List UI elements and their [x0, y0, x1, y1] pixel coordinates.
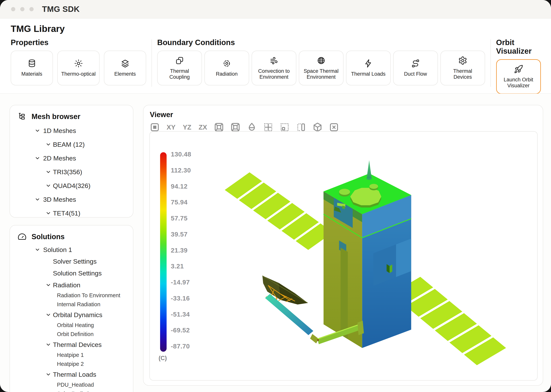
viewer-toolbar: XYYZZX	[143, 119, 543, 133]
chevron-down-icon[interactable]	[45, 141, 51, 147]
solution-item-orbit-definition[interactable]: Orbit Definition	[10, 330, 133, 339]
tree-item-label: TRI3(356)	[53, 168, 82, 176]
mesh-browser-title: Mesh browser	[32, 112, 80, 121]
satellite-model[interactable]	[150, 132, 537, 380]
section-divider	[490, 39, 491, 87]
solution-item-solver-settings[interactable]: Solver Settings	[10, 255, 133, 267]
gear-icon	[458, 56, 467, 65]
orthographic-icon[interactable]	[230, 122, 241, 133]
solutions-header: Solutions	[10, 225, 133, 241]
view-plane-yz-button[interactable]: YZ	[182, 123, 192, 131]
launch-orbit-visualizer-button[interactable]: Launch Orbit Visualizer	[496, 59, 541, 94]
rocket-icon	[514, 65, 523, 74]
chevron-down-icon[interactable]	[45, 312, 51, 318]
solution-item-internal-radiation[interactable]: Internal Radiation	[10, 300, 133, 309]
tree-item-label: Solver Settings	[53, 258, 97, 265]
thermal-devices-button[interactable]: Thermal Devices	[440, 51, 485, 85]
chevron-down-icon[interactable]	[35, 128, 40, 133]
cube-view-icon[interactable]	[312, 122, 323, 133]
solution-item-thermal-loads[interactable]: Thermal Loads	[10, 369, 133, 380]
solution-item-heatpipe-1[interactable]: Heatpipe 1	[10, 350, 133, 359]
chevron-down-icon[interactable]	[45, 371, 51, 377]
thermo-optical-button[interactable]: Thermo-optical	[57, 51, 99, 85]
convection-to-environment-button[interactable]: Convection to Environment	[252, 51, 296, 85]
sun-icon	[74, 59, 83, 68]
thermal-loads-button[interactable]: Thermal Loads	[346, 51, 391, 85]
solutions-title: Solutions	[32, 233, 65, 241]
chevron-down-icon[interactable]	[45, 282, 51, 288]
library-groups: PropertiesMaterialsThermo-opticalElement…	[11, 38, 545, 94]
radiation-button[interactable]: Radiation	[204, 51, 249, 85]
perspective-icon[interactable]	[214, 122, 224, 133]
window-dot-3[interactable]	[29, 7, 34, 11]
tree-item-label: QUAD4(326)	[53, 182, 91, 189]
mesh-item-beam-12[interactable]: BEAM (12)	[10, 138, 133, 151]
duct-flow-icon	[411, 59, 420, 68]
tree-item-label: Heatpipe 1	[57, 352, 84, 358]
tree-item-label: Thermal Loads	[53, 371, 96, 378]
fit-view-icon[interactable]	[149, 122, 160, 133]
chevron-down-icon[interactable]	[45, 169, 51, 175]
mesh-item-tri3-356[interactable]: TRI3(356)	[10, 165, 133, 179]
bounding-box-icon[interactable]	[279, 122, 290, 133]
viewer-panel: Viewer XYYZZX 130.48112.3094.1275.9457.7…	[143, 105, 543, 386]
tree-item-label: Orbital Dynamics	[53, 311, 102, 319]
materials-button[interactable]: Materials	[11, 51, 53, 85]
space-thermal-environment-button[interactable]: Space Thermal Environment	[299, 51, 343, 85]
window-dot-1[interactable]	[11, 7, 15, 11]
solution-item-radiation[interactable]: Radiation	[10, 279, 133, 291]
mesh-item-3d-meshes[interactable]: 3D Meshes	[10, 193, 133, 206]
button-row: Launch Orbit Visualizer	[496, 59, 545, 94]
solution-item-orbital-heating[interactable]: Orbital Heating	[10, 321, 133, 330]
view-plane-zx-button[interactable]: ZX	[198, 123, 208, 131]
solution-item-radiation-to-environment[interactable]: Radiation To Environment	[10, 291, 133, 300]
solution-item-solution-settings[interactable]: Solution Settings	[10, 267, 133, 279]
close-view-icon[interactable]	[329, 122, 339, 133]
duct-flow-button[interactable]: Duct Flow	[393, 51, 438, 85]
button-label: Duct Flow	[404, 71, 427, 77]
chevron-down-icon[interactable]	[35, 196, 40, 202]
view-plane-xy-button[interactable]: XY	[166, 123, 176, 131]
tree-item-label: 2D Meshes	[43, 154, 76, 162]
solution-item-orbital-dynamics[interactable]: Orbital Dynamics	[10, 309, 133, 321]
chevron-down-icon[interactable]	[45, 210, 51, 216]
button-row: MaterialsThermo-opticalElements	[11, 51, 146, 85]
button-label: Materials	[21, 71, 42, 77]
window-controls	[11, 7, 34, 11]
solution-item-thermal-devices[interactable]: Thermal Devices	[10, 339, 133, 350]
tree-item-label: Radiation	[53, 281, 80, 289]
clip-plane-icon[interactable]	[296, 122, 307, 133]
group-boundary-conditions: Boundary ConditionsThermal CouplingRadia…	[157, 38, 485, 85]
window-dot-2[interactable]	[20, 7, 24, 11]
mesh-item-tet4-51[interactable]: TET4(51)	[10, 206, 133, 220]
main-area: Mesh browser 1D MeshesBEAM (12)2D Meshes…	[0, 94, 551, 392]
tree-item-label: Solution 1	[43, 246, 72, 253]
mesh-item-1d-meshes[interactable]: 1D Meshes	[10, 124, 133, 138]
antenna-spike	[367, 160, 372, 178]
solution-item-pdu-heatload[interactable]: PDU_Heatload	[10, 380, 133, 389]
chevron-down-icon[interactable]	[35, 155, 40, 161]
chevron-down-icon[interactable]	[35, 247, 40, 252]
coupling-icon	[175, 56, 184, 65]
gauge-icon	[18, 232, 27, 241]
mesh-item-quad4-326[interactable]: QUAD4(326)	[10, 179, 133, 193]
thermal-coupling-button[interactable]: Thermal Coupling	[157, 51, 202, 85]
group-orbit-visualizer: Orbit VisualizerLaunch Orbit Visualizer	[496, 38, 545, 94]
chevron-down-icon[interactable]	[45, 342, 51, 348]
solution-item-heatpipe-2[interactable]: Heatpipe 2	[10, 359, 133, 369]
radiation-icon	[222, 59, 231, 68]
solution-item-solar-radiation[interactable]: Solar Radiation	[10, 389, 133, 392]
tree-icon	[18, 112, 27, 121]
tree-item-label: Solution Settings	[53, 270, 102, 277]
top-dish-octagon	[350, 188, 381, 205]
group-label-orbit-visualizer: Orbit Visualizer	[496, 38, 545, 56]
shading-icon[interactable]	[246, 122, 257, 133]
mesh-item-2d-meshes[interactable]: 2D Meshes	[10, 151, 133, 165]
tmg-library-section: TMG Library PropertiesMaterialsThermo-op…	[0, 19, 551, 94]
viewer-canvas[interactable]: 130.48112.3094.1275.9457.7539.5721.393.2…	[149, 131, 538, 381]
grid-axes-icon[interactable]	[263, 122, 274, 133]
solution-item-solution-1[interactable]: Solution 1	[10, 244, 133, 255]
chevron-down-icon[interactable]	[45, 183, 51, 189]
solutions-panel: Solutions Solution 1Solver SettingsSolut…	[10, 225, 133, 392]
elements-button[interactable]: Elements	[104, 51, 146, 85]
